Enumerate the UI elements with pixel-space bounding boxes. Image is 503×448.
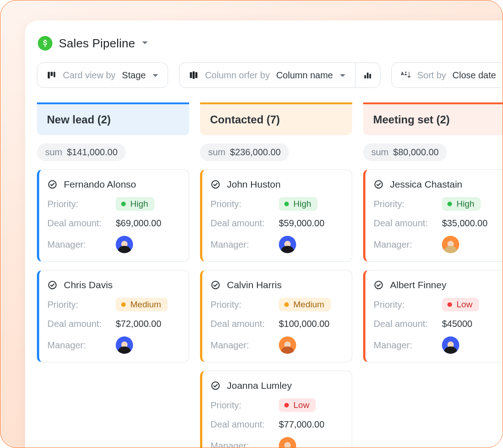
manager-avatar[interactable]	[279, 336, 296, 354]
card-view-selector[interactable]: Card view by Stage	[37, 62, 168, 88]
priority-label: Priority:	[47, 300, 116, 310]
priority-pill: High	[442, 197, 481, 211]
deal-card[interactable]: Calvin HarrisPriority:MediumDeal amount:…	[200, 270, 352, 362]
column-sum: sum$80,000.00	[363, 143, 447, 161]
column-order-label: Column orfer by	[205, 70, 270, 81]
sort-selector[interactable]: Sort by Close date	[391, 62, 503, 88]
field-manager: Manager:	[374, 236, 503, 253]
field-deal-amount: Deal amount:$69,000.00	[47, 218, 179, 229]
card-title: Albert Finney	[374, 280, 503, 290]
check-circle-icon	[210, 280, 221, 290]
field-priority: Priority:Low	[374, 298, 503, 311]
deal-card[interactable]: John HustonPriority:HighDeal amount:$59,…	[200, 169, 352, 262]
priority-value: High	[457, 199, 474, 209]
field-manager: Manager:	[47, 236, 179, 253]
manager-label: Manager:	[210, 340, 279, 351]
priority-value: Medium	[293, 300, 324, 310]
field-manager: Manager:	[210, 236, 342, 253]
deal-card[interactable]: Fernando AlonsoPriority:HighDeal amount:…	[37, 169, 189, 262]
field-deal-amount: Deal amount:$59,000.00	[210, 218, 342, 229]
field-priority: Priority:High	[47, 197, 179, 211]
sum-value: $141,000.00	[67, 147, 118, 158]
priority-dot-icon	[447, 202, 452, 206]
column-header[interactable]: Contacted (7)	[200, 102, 352, 135]
card-title: Jessica Chastain	[374, 179, 503, 190]
deal-amount-label: Deal amount:	[210, 319, 279, 329]
field-manager: Manager:	[210, 336, 342, 354]
check-circle-icon	[210, 381, 221, 391]
column-header[interactable]: Meeting set (2)	[363, 102, 503, 135]
field-deal-amount: Deal amount:$72,000.00	[47, 319, 179, 329]
field-manager: Manager:	[47, 336, 179, 354]
title-bar[interactable]: Sales Pipeline	[37, 36, 503, 51]
field-deal-amount: Deal amount:$100,000.00	[210, 319, 342, 329]
deal-card[interactable]: Joanna LumleyPriority:LowDeal amount:$77…	[200, 371, 352, 448]
field-priority: Priority:High	[210, 197, 342, 211]
deal-card[interactable]: Jessica ChastainPriority:HighDeal amount…	[363, 169, 503, 262]
priority-value: Low	[293, 400, 309, 410]
field-priority: Priority:Low	[210, 398, 342, 412]
manager-avatar[interactable]	[279, 236, 296, 253]
manager-avatar[interactable]	[116, 236, 133, 253]
manager-avatar[interactable]	[116, 336, 133, 354]
manager-label: Manager:	[47, 239, 116, 250]
kanban-board: New lead (2)sum$141,000.00Fernando Alons…	[37, 102, 503, 448]
deal-amount-value: $35,000.00	[442, 218, 488, 229]
priority-dot-icon	[284, 403, 289, 407]
card-title: John Huston	[210, 179, 342, 190]
check-circle-icon	[374, 280, 384, 290]
manager-label: Manager:	[47, 340, 116, 351]
check-circle-icon	[47, 280, 57, 290]
priority-label: Priority:	[210, 199, 279, 209]
app-frame: Sales Pipeline Card view by Stage	[0, 0, 503, 448]
priority-dot-icon	[121, 202, 126, 206]
manager-avatar[interactable]	[442, 336, 459, 354]
field-deal-amount: Deal amount:$45000	[374, 319, 503, 329]
deal-amount-label: Deal amount:	[374, 218, 442, 229]
deal-amount-value: $69,000.00	[116, 218, 161, 229]
title-dropdown-icon[interactable]	[142, 39, 148, 47]
sum-label: sum	[45, 147, 62, 158]
card-name: Jessica Chastain	[390, 179, 462, 190]
priority-label: Priority:	[47, 199, 116, 209]
check-circle-icon	[210, 179, 221, 189]
manager-avatar[interactable]	[279, 437, 296, 448]
priority-pill: Low	[442, 298, 479, 311]
column-order-group: Column orfer by Column name	[179, 62, 380, 88]
chevron-down-icon	[152, 70, 159, 81]
field-deal-amount: Deal amount:$77,000.00	[210, 419, 342, 430]
priority-dot-icon	[284, 302, 289, 307]
column-new: New lead (2)sum$141,000.00Fernando Alons…	[37, 102, 189, 448]
deal-card[interactable]: Chris DavisPriority:MediumDeal amount:$7…	[37, 270, 189, 362]
column-stats-button[interactable]	[355, 62, 380, 88]
priority-value: High	[130, 199, 148, 209]
manager-label: Manager:	[210, 239, 279, 250]
svg-rect-0	[48, 72, 50, 79]
sum-value: $80,000.00	[393, 147, 439, 158]
svg-rect-2	[54, 72, 56, 77]
column-order-value: Column name	[276, 70, 333, 81]
deal-amount-value: $72,000.00	[116, 319, 161, 329]
column-order-selector[interactable]: Column orfer by Column name	[179, 62, 355, 88]
priority-dot-icon	[447, 302, 452, 307]
sort-value: Close date	[452, 70, 496, 81]
field-priority: Priority:Medium	[210, 298, 342, 311]
priority-label: Priority:	[374, 300, 442, 310]
card-name: Albert Finney	[390, 280, 447, 290]
card-view-label: Card view by	[63, 70, 116, 81]
priority-value: Medium	[130, 300, 161, 310]
column-contacted: Contacted (7)sum$236,000.00John HustonPr…	[200, 102, 352, 448]
column-header[interactable]: New lead (2)	[37, 102, 189, 135]
priority-value: High	[293, 199, 311, 209]
deal-amount-value: $100,000.00	[279, 319, 329, 329]
manager-label: Manager:	[210, 441, 279, 448]
field-priority: Priority:High	[374, 197, 503, 211]
deal-amount-label: Deal amount:	[374, 319, 442, 329]
app-window: Sales Pipeline Card view by Stage	[25, 20, 503, 448]
deal-card[interactable]: Albert FinneyPriority:LowDeal amount:$45…	[363, 270, 503, 362]
manager-avatar[interactable]	[442, 236, 459, 253]
page-title: Sales Pipeline	[59, 36, 135, 51]
card-view-value: Stage	[122, 70, 146, 81]
check-circle-icon	[47, 179, 57, 189]
priority-label: Priority:	[210, 400, 279, 411]
